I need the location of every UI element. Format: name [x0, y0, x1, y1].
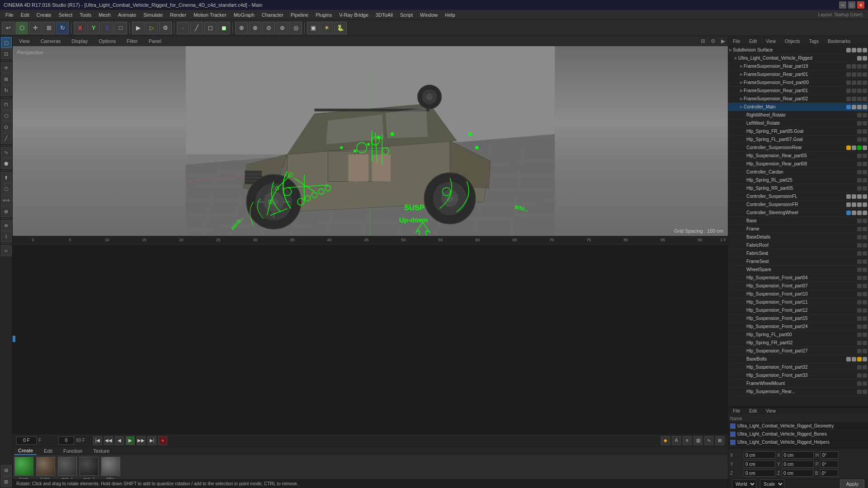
deformer-btn[interactable]: ≋ — [1, 220, 12, 231]
menu-create[interactable]: Create — [33, 11, 55, 19]
auto-key-btn[interactable]: A — [672, 436, 681, 445]
python-button[interactable]: 🐍 — [334, 22, 347, 34]
y2-input[interactable] — [782, 460, 814, 468]
object-row-32[interactable]: Hlp_Suspension_Front_part12 — [728, 306, 868, 314]
obj-header-objects[interactable]: Objects — [782, 38, 803, 45]
object-row-23[interactable]: BaseDetails — [728, 233, 868, 241]
object-row-11[interactable]: Hlp_Spring_FL_part07.Goal — [728, 136, 868, 144]
timeline-marker[interactable] — [13, 336, 15, 342]
timeline-btn[interactable]: ≡ — [683, 436, 692, 445]
object-row-21[interactable]: Base — [728, 217, 868, 225]
attr-view[interactable]: View — [763, 408, 778, 414]
material-item-3[interactable]: mat_1 — [80, 457, 99, 481]
rotate-tool-btn[interactable]: ↻ — [1, 85, 12, 96]
obj-header-edit[interactable]: Edit — [746, 38, 760, 45]
snap4-button[interactable]: ⊛ — [276, 22, 288, 34]
object-row-41[interactable]: FrameWheelMount — [728, 380, 868, 388]
xaxis-button[interactable]: X — [74, 22, 86, 34]
object-row-22[interactable]: Frame — [728, 225, 868, 233]
goto-start-btn[interactable]: |◀ — [93, 436, 102, 445]
menu-mesh[interactable]: Mesh — [95, 11, 114, 19]
z-input[interactable] — [744, 469, 775, 477]
object-row-18[interactable]: Controller_SuspensionFL — [728, 192, 868, 201]
extrude-tool-btn[interactable]: ⬆ — [1, 172, 12, 183]
viewport-render-btn[interactable]: ▶ — [721, 38, 725, 44]
live-select-button[interactable]: ⬡ — [15, 22, 28, 34]
selection-tool-btn[interactable]: ⊓ — [1, 99, 12, 110]
spline-tool-btn[interactable]: ∿ — [1, 147, 12, 158]
curve-btn[interactable]: ∿ — [704, 436, 713, 445]
render-button[interactable]: ▷ — [146, 22, 158, 34]
tab-filter[interactable]: Filter — [123, 38, 141, 45]
object-row-24[interactable]: FabricRoof — [728, 241, 868, 249]
motion-clip-btn[interactable]: ▥ — [693, 436, 703, 445]
material-item-2[interactable]: mat_1 — [58, 457, 77, 481]
knife-tool-btn[interactable]: ╱ — [1, 133, 12, 144]
object-row-20[interactable]: Controller_SteeringWheel — [728, 209, 868, 217]
object-row-29[interactable]: Hlp_Suspension_Front_part07 — [728, 282, 868, 290]
viewport-settings-btn[interactable]: ⚙ — [711, 38, 716, 44]
prev-key-btn[interactable]: ◀ — [115, 436, 124, 445]
edge-mode-button[interactable]: ╱ — [190, 22, 203, 34]
scale-tool-btn[interactable]: ⊞ — [1, 74, 12, 84]
polygon-tool-btn[interactable]: ⬟ — [1, 158, 12, 169]
mat-tab-function[interactable]: Function — [60, 447, 86, 455]
object-row-28[interactable]: Hlp_Suspension_Front_part04 — [728, 274, 868, 282]
render-preview-button[interactable]: ▶ — [132, 22, 145, 34]
menu-character[interactable]: Character — [258, 11, 287, 19]
object-axis-button[interactable]: □ — [114, 22, 127, 34]
obj-header-tags[interactable]: Tags — [807, 38, 821, 45]
prev-frame-btn[interactable]: ◀◀ — [104, 436, 113, 445]
menu-plugins[interactable]: Plugins — [312, 11, 335, 19]
attr-file[interactable]: File — [730, 408, 743, 414]
object-row-12[interactable]: Controller_SuspensionRear — [728, 144, 868, 152]
menu-select[interactable]: Select — [55, 11, 76, 19]
bottom-tool-2[interactable]: ⊞ — [1, 476, 12, 487]
menu-tools[interactable]: Tools — [76, 11, 95, 19]
hair-btn[interactable]: ⌇ — [1, 231, 12, 242]
menu-vray[interactable]: V-Ray Bridge — [335, 11, 372, 19]
bridge-tool-btn[interactable]: ⟺ — [1, 195, 12, 206]
object-row-13[interactable]: Hlp_Suspension_Rear_part05 — [728, 152, 868, 160]
menu-simulate[interactable]: Simulate — [140, 11, 166, 19]
apply-button[interactable]: Apply — [840, 479, 864, 488]
p-input[interactable] — [820, 460, 838, 468]
zaxis-button[interactable]: Z — [101, 22, 113, 34]
keyframe-btn[interactable]: ◆ — [661, 436, 670, 445]
snap5-button[interactable]: ◎ — [289, 22, 302, 34]
lasso-tool-btn[interactable]: ⬡ — [1, 110, 12, 121]
object-row-15[interactable]: Controller_Cardan — [728, 168, 868, 176]
model-mode-button[interactable]: ◼ — [217, 22, 230, 34]
object-row-30[interactable]: Hlp_Suspension_Front_part10 — [728, 290, 868, 298]
object-row-6[interactable]: ▶FrameSuspension_Rear_part02 — [728, 95, 868, 103]
timeline-track[interactable] — [13, 244, 728, 434]
menu-file[interactable]: File — [2, 11, 17, 19]
object-row-19[interactable]: Controller_SuspensionFR — [728, 201, 868, 209]
object-row-37[interactable]: Hlp_Suspension_Front_part27 — [728, 347, 868, 355]
object-row-34[interactable]: Hlp_Suspension_Front_part24 — [728, 323, 868, 331]
record-btn[interactable]: ● — [158, 436, 167, 445]
object-row-9[interactable]: LeftWeel_Rotate — [728, 119, 868, 127]
object-row-10[interactable]: Hlp_Spring_FR_part05.Goal — [728, 127, 868, 136]
model-mode-btn[interactable]: ▢ — [1, 37, 12, 48]
object-row-26[interactable]: FrameSeat — [728, 258, 868, 266]
object-row-3[interactable]: ▶FrameSuspension_Rear_part01 — [728, 70, 868, 79]
snap-button[interactable]: ⊕ — [235, 22, 248, 34]
h-input[interactable] — [821, 451, 839, 459]
menu-animate[interactable]: Animate — [114, 11, 140, 19]
next-key-btn[interactable]: ▶▶ — [137, 436, 146, 445]
weld-tool-btn[interactable]: ⊕ — [1, 206, 12, 217]
name-row-1[interactable]: Ultra_Light_Combat_Vehicle_Rigged_Bones — [728, 430, 868, 438]
object-row-36[interactable]: Hlp_Spring_FR_part02 — [728, 339, 868, 347]
object-row-16[interactable]: Hlp_Spring_RL_part25 — [728, 176, 868, 184]
material-item-4[interactable]: Whe. — [101, 457, 120, 481]
poly-mode-button[interactable]: ◻ — [204, 22, 217, 34]
object-row-17[interactable]: Hlp_Spring_RR_part05 — [728, 184, 868, 192]
z2-input[interactable] — [782, 469, 813, 477]
material-item-1[interactable]: Fabri. — [36, 457, 55, 481]
object-row-0[interactable]: ▶Subdivision Surface — [728, 46, 868, 54]
mat-tab-texture[interactable]: Texture — [90, 447, 113, 455]
fps-input[interactable] — [58, 436, 74, 445]
undo-button[interactable]: ↩ — [2, 22, 14, 34]
scale-select[interactable]: Scale — [760, 479, 784, 488]
